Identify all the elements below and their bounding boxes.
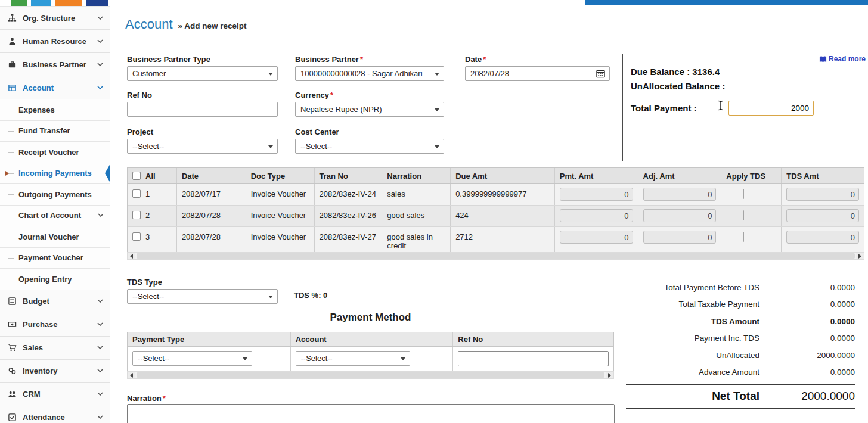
row-checkbox[interactable] <box>132 232 141 241</box>
text-cursor-icon <box>717 100 724 111</box>
sidebar-item-purchase[interactable]: Purchase <box>0 313 110 337</box>
sidebar-item-payment-voucher[interactable]: Payment Voucher <box>0 248 110 269</box>
select-all-checkbox[interactable] <box>132 172 141 180</box>
field-label: Date <box>465 55 482 64</box>
business-partner-type-field: Business Partner Type Customer <box>127 55 278 81</box>
chevron-down-icon <box>97 86 103 90</box>
cell-narration: good sales in credit <box>382 227 451 252</box>
column-header-payment-type: Payment Type <box>128 332 291 346</box>
scrollbar-thumb[interactable] <box>137 372 604 378</box>
read-more-link[interactable]: Read more <box>819 55 866 63</box>
summary-row: Total Payment Before TDS0.0000 <box>626 279 855 296</box>
ref-no-field: Ref No <box>127 91 278 117</box>
adj-amt-input[interactable] <box>643 231 717 244</box>
calendar-icon[interactable] <box>596 69 605 78</box>
narration-textarea[interactable] <box>127 404 615 423</box>
sidebar-item-budget[interactable]: Budget <box>0 290 110 313</box>
sidebar-item-sales[interactable]: Sales <box>0 337 110 360</box>
sidebar-item-receipt-voucher[interactable]: Receipt Voucher <box>0 142 110 163</box>
column-header-narration: Narration <box>382 168 451 183</box>
chevron-down-icon <box>268 73 273 76</box>
sidebar-item-opening-entry[interactable]: Opening Entry <box>0 269 110 290</box>
sidebar-item-outgoing-payments[interactable]: Outgoing Payments <box>0 184 110 206</box>
sidebar-item-business-partner[interactable]: Business Partner <box>0 53 110 76</box>
apply-tds-checkbox[interactable] <box>743 210 744 220</box>
arrow-left-icon <box>130 373 133 378</box>
tds-amt-input[interactable] <box>786 209 859 222</box>
sidebar: Org. Structure Human Resource Business P… <box>0 6 110 423</box>
scroll-left-button[interactable] <box>128 253 135 259</box>
breadcrumb: Account » Add new receipt <box>125 17 247 32</box>
date-field: Date* 2082/07/28 <box>465 55 610 81</box>
adj-amt-input[interactable] <box>643 209 717 222</box>
apply-tds-checkbox[interactable] <box>743 189 744 199</box>
main-content: Account » Add new receipt Business Partn… <box>110 6 868 423</box>
project-field: Project --Select-- <box>127 127 278 154</box>
adj-amt-input[interactable] <box>643 188 717 201</box>
business-partner-field: Business Partner* 100000000000028 - Saga… <box>295 55 444 81</box>
project-select[interactable]: --Select-- <box>127 139 278 154</box>
chevron-down-icon <box>97 16 103 20</box>
sidebar-item-attendance[interactable]: Attendance <box>0 406 110 423</box>
cell-narration: good sales <box>382 206 451 226</box>
vertical-divider <box>622 54 623 161</box>
sidebar-item-human-resource[interactable]: Human Resource <box>0 30 110 53</box>
apply-tds-checkbox[interactable] <box>743 232 744 242</box>
sidebar-item-inventory[interactable]: Inventory <box>0 360 110 383</box>
sidebar-item-label: Purchase <box>23 320 91 329</box>
tds-type-select[interactable]: --Select-- <box>127 289 278 304</box>
payment-ref-no-input[interactable] <box>458 351 609 366</box>
chevron-down-icon <box>243 357 247 360</box>
sidebar-item-incoming-payments[interactable]: Incoming Payments <box>0 163 110 185</box>
total-payment-input[interactable] <box>728 101 814 116</box>
scroll-left-button[interactable] <box>128 372 135 378</box>
sidebar-item-expenses[interactable]: Expenses <box>0 99 110 121</box>
cost-center-select[interactable]: --Select-- <box>295 139 444 154</box>
sidebar-item-crm[interactable]: CRM <box>0 383 110 406</box>
row-checkbox[interactable] <box>132 211 141 219</box>
payment-method-title: Payment Method <box>127 312 614 324</box>
arrow-right-icon <box>858 254 861 259</box>
field-label: Currency <box>295 91 329 99</box>
scrollbar-thumb[interactable] <box>137 253 855 259</box>
tds-amt-input[interactable] <box>786 188 859 201</box>
pmt-amt-input[interactable] <box>560 231 633 244</box>
sidebar-item-fund-transfer[interactable]: Fund Transfer <box>0 121 110 142</box>
sidebar-item-account[interactable]: Account <box>0 76 110 99</box>
cell-tran-no: 2082/83ez-IV-24 <box>315 184 383 205</box>
row-checkbox[interactable] <box>132 189 141 198</box>
required-asterisk: * <box>330 91 333 99</box>
sidebar-item-journal-voucher[interactable]: Journal Voucher <box>0 226 110 248</box>
total-payment-label: Total Payment : <box>631 103 697 113</box>
inventory-icon <box>8 366 17 375</box>
payment-account-select[interactable]: --Select-- <box>296 351 410 366</box>
date-input[interactable]: 2082/07/28 <box>465 66 610 81</box>
scroll-right-button[interactable] <box>856 253 864 259</box>
chevron-down-icon <box>98 213 104 217</box>
narration-label: Narration* <box>127 394 166 403</box>
sidebar-item-label: Budget <box>23 297 91 306</box>
summary-row: Advance Amount0.0000 <box>626 364 855 381</box>
required-asterisk: * <box>163 394 166 403</box>
payment-type-select[interactable]: --Select-- <box>132 351 252 366</box>
cell-due-amt: 2712 <box>451 227 555 252</box>
currency-select[interactable]: Nepalese Rupee (NPR) <box>295 102 444 117</box>
pmt-amt-input[interactable] <box>560 209 633 222</box>
business-partner-type-select[interactable]: Customer <box>127 66 278 81</box>
field-label: Cost Center <box>295 127 339 136</box>
tds-amt-input[interactable] <box>786 231 859 244</box>
scroll-right-button[interactable] <box>606 372 613 378</box>
ref-no-input[interactable] <box>127 102 278 117</box>
payment-table-scrollbar[interactable] <box>127 371 614 379</box>
sidebar-item-chart-of-account[interactable]: Chart of Account <box>0 206 110 227</box>
chevron-down-icon <box>97 63 103 67</box>
net-total-label: Net Total <box>626 390 760 403</box>
summary-row: Payment Inc. TDS0.0000 <box>626 330 855 347</box>
business-partner-select[interactable]: 100000000000028 - Sagar Adhikari <box>295 66 444 81</box>
column-header-apply-tds: Apply TDS <box>721 168 782 183</box>
sidebar-item-org-structure[interactable]: Org. Structure <box>0 7 110 30</box>
pmt-amt-input[interactable] <box>560 188 633 201</box>
invoice-table-scrollbar[interactable] <box>127 252 864 260</box>
app-logo <box>11 0 108 6</box>
arrow-left-icon <box>130 254 133 259</box>
